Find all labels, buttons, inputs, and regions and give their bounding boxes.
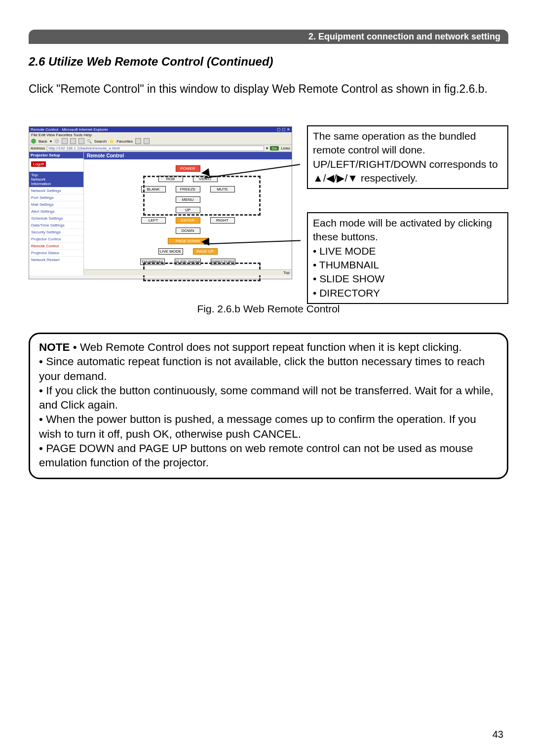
window-menubar: File Edit View Favorites Tools Help [29, 132, 292, 138]
manual-page: 2. Equipment connection and network sett… [0, 0, 533, 756]
forward-icon [54, 139, 59, 144]
nav-item: Projector Status [29, 249, 83, 256]
panel-header: Remote Control [84, 152, 292, 159]
note-bullet-4: • When the power button is pushed, a mes… [39, 413, 476, 440]
intro-paragraph: Click "Remote Control" in this window to… [29, 81, 508, 97]
callout-arrowhead-2 [201, 238, 210, 246]
web-remote-screenshot: Remote Control - Microsoft Internet Expl… [29, 126, 292, 279]
live-button: LIVE MODE [158, 248, 183, 255]
section-title: 2.6 Utilize Web Remote Control (Continue… [29, 55, 508, 69]
dashed-outline-1 [143, 176, 261, 216]
nav-item: Projector Control [29, 235, 83, 242]
nav-item: Date/Time Settings [29, 222, 83, 228]
left-nav: Projector Setup Logoff Top: Network Info… [29, 152, 84, 275]
callout-1: The same operation as the bundled remote… [307, 125, 508, 189]
callout-1-line2: UP/LEFT/RIGHT/DOWN corresponds to ▲/◀/▶/… [313, 158, 498, 184]
nav-title: Projector Setup [29, 152, 83, 158]
links-label: Links [281, 146, 290, 151]
window-controls: ▢ ▢ ✕ [277, 127, 290, 132]
note-bullet-1: • Web Remote Control does not support re… [73, 341, 462, 353]
enter-button: ENTER [176, 217, 200, 224]
note-box: NOTE • Web Remote Control does not suppo… [29, 333, 508, 479]
down-button: DOWN [176, 227, 200, 234]
home-icon [78, 138, 84, 144]
right-button: RIGHT [210, 217, 235, 224]
callout-arrowhead-1 [201, 168, 210, 177]
back-label: Back [38, 139, 47, 144]
nav-item: Schedule Settings [29, 215, 83, 222]
page-number: 43 [493, 729, 503, 740]
nav-item: Network Restart [29, 256, 83, 263]
nav-item: Network Settings [29, 187, 83, 194]
media-icon [135, 138, 141, 144]
back-icon [31, 139, 36, 144]
address-field: http://192.168.1.10/admin/remote_e.html [47, 146, 264, 151]
callout-2-item: THUMBNAIL [319, 259, 379, 270]
stop-icon [62, 138, 68, 144]
go-button: Go [270, 146, 279, 151]
pageup-button: PAGE UP [193, 248, 218, 255]
figure-caption: Fig. 2.6.b Web Remote Control [29, 303, 508, 315]
callout-1-line1: The same operation as the bundled remote… [313, 130, 476, 155]
left-button: LEFT [141, 217, 166, 224]
logoff-button: Logoff [31, 161, 46, 167]
ie-toolbar: Back ▾ 🔍Search ⭐Favorites [29, 138, 292, 145]
window-title: Remote Control - Microsoft Internet Expl… [31, 127, 108, 132]
ie-status-bar: Top [84, 269, 292, 275]
callout-2-item: LIVE MODE [319, 245, 376, 257]
history-icon [144, 138, 150, 144]
nav-item: Alert Settings [29, 208, 83, 215]
nav-item: Port Settings [29, 194, 83, 201]
address-bar: Address http://192.168.1.10/admin/remote… [29, 145, 292, 152]
note-bullet-2: • Since automatic repeat function is not… [39, 355, 485, 382]
window-titlebar: Remote Control - Microsoft Internet Expl… [29, 127, 292, 132]
status-top-link: Top [283, 270, 290, 275]
nav-item-remote: Remote Control [29, 242, 83, 249]
nav-item: Mail Settings [29, 201, 83, 208]
power-button: POWER [176, 165, 200, 172]
figure-area: Remote Control - Microsoft Internet Expl… [29, 121, 508, 294]
section-header: 2. Equipment connection and network sett… [29, 30, 508, 44]
callout-2-item: SLIDE SHOW [319, 273, 384, 284]
fav-label: Favorites [116, 139, 133, 144]
note-bullet-3: • If you click the button continuously, … [39, 384, 494, 411]
callout-2-item: DIRECTORY [319, 287, 380, 299]
nav-item: Security Settings [29, 228, 83, 235]
search-label: Search [94, 139, 107, 144]
callout-2-line1: Each mode will be activated by clicking … [313, 217, 492, 242]
callout-2: Each mode will be activated by clicking … [307, 212, 508, 304]
note-bullet-5: • PAGE DOWN and PAGE UP buttons on web r… [39, 442, 473, 469]
address-label: Address [31, 146, 45, 151]
refresh-icon [70, 138, 76, 144]
nav-top: Top: Network Information [29, 172, 83, 187]
note-label: NOTE [39, 341, 70, 353]
